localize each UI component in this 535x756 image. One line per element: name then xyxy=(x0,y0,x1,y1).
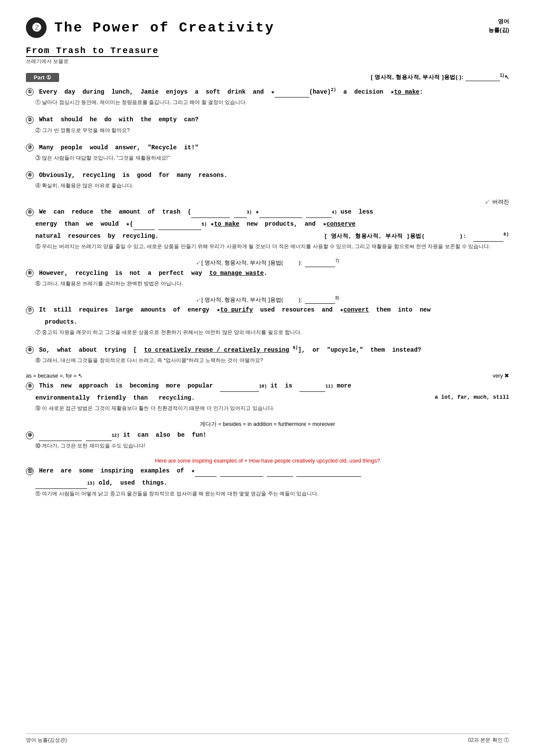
num-circle-7: ⑦ xyxy=(26,306,34,314)
subject-box: 영어 능률(김) xyxy=(488,17,509,34)
blank-11e[interactable] xyxy=(35,478,87,489)
sentence-block-4: ④ Obviously, recycling is good for many … xyxy=(26,170,509,190)
num-circle-10: ⑩ xyxy=(26,432,34,439)
blank-11d[interactable] xyxy=(296,466,361,477)
sentence-block-2: ② What should he do with the empty can? … xyxy=(26,114,509,134)
num-circle-1: ① xyxy=(26,88,34,96)
sentence-7-en: ⑦ It still requires large amounts of ene… xyxy=(26,305,509,315)
blank-1[interactable] xyxy=(466,74,500,81)
blank-5a[interactable] xyxy=(133,219,155,230)
subtitle-en: From Trash to Treasure xyxy=(26,46,159,57)
sentence-4-ko: ④ 확실히, 재활용은 많은 이유로 좋습니다. xyxy=(35,182,509,190)
title-block: ❷ The Power of Creativity xyxy=(26,17,275,38)
blank-3a[interactable] xyxy=(191,207,230,218)
sentence-10-ko: ⑩ 게다가, 그것은 또한 재미있을 수도 있습니다! xyxy=(35,442,509,450)
blank-10[interactable] xyxy=(220,381,259,392)
sentence-block-6: ⑥ However, recycling is not a perfect wa… xyxy=(26,268,509,288)
hint-gedaga: 게다가 = besides = in addition = furthermor… xyxy=(26,421,509,428)
page-header: ❷ The Power of Creativity 영어 능률(김) xyxy=(26,17,509,38)
sentence-4-en: ④ Obviously, recycling is good for many … xyxy=(26,170,509,181)
footer-left: 영어 능률(김성관) xyxy=(26,737,67,744)
sentence-block-1: ① Every day during lunch, Jamie enjoys a… xyxy=(26,86,509,107)
blank-11[interactable] xyxy=(299,381,325,392)
sentence-11-en: ⑪ Here are some inspiring examples of ★ xyxy=(26,466,509,477)
blank-5b[interactable] xyxy=(158,219,201,230)
sentence-7-ko: ⑦ 중고의 자원을 깨끗이 하고 그것을 새로운 상품으로 전환하기 위해서는 … xyxy=(35,328,509,337)
sentence-6-en: ⑥ However, recycling is not a perfect wa… xyxy=(26,268,509,279)
hint-as-because-row: as = because =, for = ↖ very ✖ xyxy=(26,372,509,379)
hint-sentence6: ↙[ 명사적, 형용사적, 부사적 ]용법( ): 7) xyxy=(26,258,509,267)
blank-12a[interactable] xyxy=(39,430,82,441)
num-circle-2: ② xyxy=(26,116,34,124)
sentence-3-en: ③ Many people would answer, "Recycle it!… xyxy=(26,142,509,153)
sentence-2-ko: ② 그가 빈 깡통으로 무엇을 해야 할까요? xyxy=(35,126,509,135)
blank-12b[interactable] xyxy=(86,430,112,441)
num-circle-11: ⑪ xyxy=(26,467,34,475)
sentence-1-ko: ① 날마다 점심시간 동안에, 제이미는 청량음료를 즐깁니다, 그리고 해야 … xyxy=(35,98,509,107)
sentence-6-ko: ⑥ 그러나, 재활용은 쓰레기를 관리하는 완벽한 방법은 아닙니다. xyxy=(35,280,509,288)
sentence-5-en: ⑤ We can reduce the amount of trash ( 3)… xyxy=(26,207,509,218)
subtitle-block: From Trash to Treasure 쓰레기에서 보물로 xyxy=(26,46,509,65)
blank-3b[interactable] xyxy=(234,207,247,218)
bracket-note-part: [ 명사적, 형용사적, 부사적 ]용법( ): 1)↖ xyxy=(371,73,509,81)
convert-text: convert xyxy=(343,306,369,313)
sentence-8-ko: ⑧ 그래서, 대신에 그것들을 창의적으로 다시 쓰려고, 즉 *업사이클*하려… xyxy=(35,356,509,365)
blank-11b[interactable] xyxy=(220,466,263,477)
creatively-reuse: to creatively reuse / creatively reusing xyxy=(144,346,289,353)
to-make-5: to make xyxy=(214,220,239,227)
blank-11a[interactable] xyxy=(195,466,217,477)
conserve-text: conserve xyxy=(327,220,356,227)
footer-right: 02과 본문 확인 ① xyxy=(468,737,509,744)
sentence-7-en-line2: products. xyxy=(26,317,509,328)
part-header: Part ① [ 명사적, 형용사적, 부사적 ]용법( ): 1)↖ xyxy=(26,73,509,82)
subtitle-ko: 쓰레기에서 보물로 xyxy=(26,58,509,65)
hint-sentence7: ↙[ 명사적, 형용사적, 부사적 ]용법( ): 8) xyxy=(26,296,509,304)
num-circle-9: ⑨ xyxy=(26,382,34,390)
sentence-block-3: ③ Many people would answer, "Recycle it!… xyxy=(26,142,509,162)
hint-bureoijin: ↙ 버려진 xyxy=(26,198,509,206)
sentence-9-en: ⑨ This new approach is becoming more pop… xyxy=(26,381,509,392)
num-circle-6: ⑥ xyxy=(26,269,34,277)
sentence-block-8: ⑧ So, what about trying [ to creatively … xyxy=(26,344,509,365)
num-circle-5: ⑤ xyxy=(26,208,34,216)
sentence-2-en: ② What should he do with the empty can? xyxy=(26,114,509,125)
sentence-9-en-line2: environmentally friendly than recycling.… xyxy=(26,393,509,403)
blank-have[interactable] xyxy=(275,86,309,98)
sup-1: 1) xyxy=(500,73,504,78)
blank-4a[interactable] xyxy=(259,207,302,218)
num-circle-3: ③ xyxy=(26,144,34,151)
sentence-block-11: ⑪ Here are some inspiring examples of ★ … xyxy=(26,466,509,498)
blank-6[interactable] xyxy=(473,231,504,242)
blank-11c[interactable] xyxy=(267,466,293,477)
hint-here-are: Here are some inspiring examples of + Ho… xyxy=(26,458,509,464)
num-circle-4: ④ xyxy=(26,171,34,179)
page-footer: 영어 능률(김성관) 02과 본문 확인 ① xyxy=(26,734,509,744)
subject-line1: 영어 xyxy=(488,17,509,26)
sentence-block-7: ⑦ It still requires large amounts of ene… xyxy=(26,305,509,337)
hint-as-because: as = because =, for = ↖ xyxy=(26,372,83,379)
sentence-5-en-line3: natural resources by recycling. [ 명사적, 형… xyxy=(26,231,509,242)
sentence-5-en-line2: energy than we would ★( 5) ★to make new … xyxy=(26,219,509,230)
sentence-11-ko: ⑪ 여기에 사람들이 어떻게 낡고 중고의 물건들을 창의적으로 업사이클 해 … xyxy=(35,490,509,498)
blank-4b[interactable] xyxy=(306,207,332,218)
sentence-1-en: ① Every day during lunch, Jamie enjoys a… xyxy=(26,86,509,98)
num-circle-8: ⑧ xyxy=(26,346,34,354)
subject-line2: 능률(김) xyxy=(488,26,509,35)
sentence-9-ko: ⑨ 이 새로운 접근 방법은 그것이 재활용보다 훨씬 더 친환경적이기 때문에… xyxy=(35,404,509,413)
hint-much-still: a lot, far, much, still xyxy=(434,393,509,403)
sentence-8-en: ⑧ So, what about trying [ to creatively … xyxy=(26,344,509,356)
sentence-block-9: ⑨ This new approach is becoming more pop… xyxy=(26,381,509,413)
main-title: The Power of Creativity xyxy=(54,20,275,36)
sentence-3-ko: ③ 많은 사람들이 대답할 것입니다, "그것을 재활용하세요!" xyxy=(35,154,509,162)
blank-7[interactable] xyxy=(305,260,335,267)
to-purify: to purify xyxy=(220,306,253,313)
hint-very: very ✖ xyxy=(493,372,509,379)
lesson-number: ❷ xyxy=(26,17,47,38)
to-make-1: to make xyxy=(394,88,419,95)
to-manage-waste: to manage waste xyxy=(209,270,264,277)
blank-8[interactable] xyxy=(305,297,335,304)
sentence-5-ko: ⑤ 우리는 버려지는 쓰레기의 양을 줄일 수 있고, 새로운 상품을 만들기 … xyxy=(35,243,509,251)
sentence-block-10: ⑩ 12) it can also be fun! ⑩ 게다가, 그것은 또한 … xyxy=(26,430,509,450)
part-badge: Part ① xyxy=(26,73,59,82)
sentence-block-5: ⑤ We can reduce the amount of trash ( 3)… xyxy=(26,207,509,251)
